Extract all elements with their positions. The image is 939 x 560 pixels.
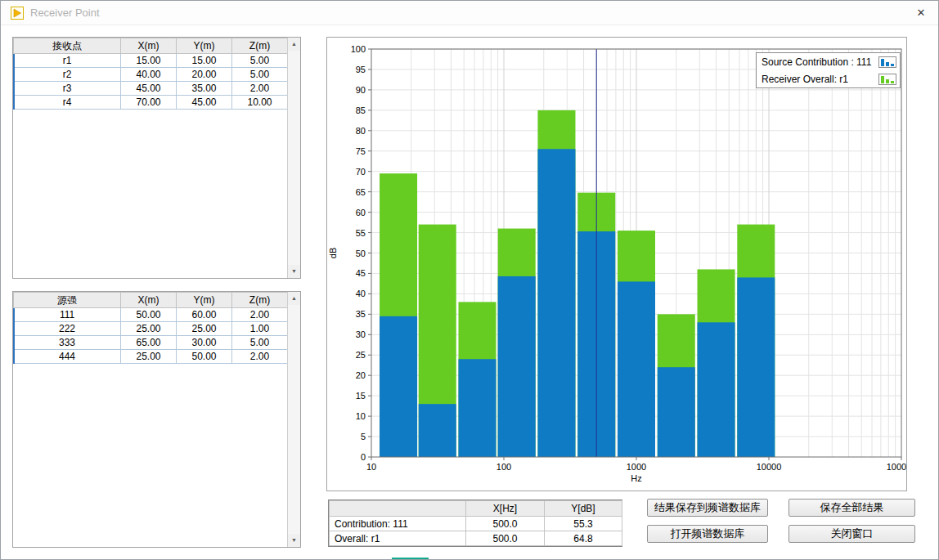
cell[interactable]: r4	[14, 96, 121, 110]
receiver-points-panel: 接收点X(m)Y(m)Z(m) r115.0015.005.00r240.002…	[12, 37, 301, 279]
svg-text:90: 90	[356, 85, 366, 95]
table-header-row: X[Hz]Y[dB]	[330, 501, 622, 517]
mini-bar-chart-icon[interactable]	[878, 74, 896, 85]
column-header	[330, 501, 466, 517]
cell[interactable]: 20.00	[177, 68, 232, 82]
table-row: 44425.0050.002.00	[14, 350, 288, 364]
scroll-up-icon[interactable]: ▲	[288, 38, 300, 51]
cell[interactable]: 45.00	[177, 96, 232, 110]
cell[interactable]: 15.00	[121, 54, 177, 68]
cell[interactable]: 50.00	[177, 350, 232, 364]
scrollbar-track[interactable]	[288, 305, 300, 534]
svg-text:95: 95	[356, 65, 366, 74]
cell: Overall: r1	[330, 531, 466, 546]
cell[interactable]: 60.00	[177, 308, 232, 322]
spectrum-chart-plot[interactable]: 0510152025303540455055606570758085909510…	[327, 38, 906, 491]
cell: 500.0	[466, 531, 545, 546]
column-header: Y(m)	[177, 38, 232, 54]
svg-text:75: 75	[356, 146, 366, 156]
cell[interactable]: r2	[14, 68, 121, 82]
cell[interactable]: r1	[14, 54, 121, 68]
svg-text:10: 10	[356, 411, 366, 421]
cell[interactable]: 222	[14, 322, 121, 336]
table-row: 11150.0060.002.00	[14, 308, 288, 322]
legend-item[interactable]: Receiver Overall: r1	[757, 70, 900, 87]
svg-text:70: 70	[356, 167, 366, 177]
window-title: Receiver Point	[30, 7, 100, 19]
column-header: Y(m)	[177, 293, 232, 308]
svg-text:100000: 100000	[887, 462, 906, 472]
cell[interactable]: 40.00	[121, 68, 177, 82]
cell[interactable]: 45.00	[121, 82, 177, 96]
mini-bar-chart-icon[interactable]	[878, 56, 896, 68]
svg-text:25: 25	[356, 350, 366, 360]
cell[interactable]: 1.00	[232, 322, 288, 336]
table-row: r240.0020.005.00	[14, 68, 288, 82]
save-to-spectrum-db-button[interactable]: 结果保存到频谱数据库	[647, 499, 768, 517]
column-header: X(m)	[121, 293, 177, 308]
cell[interactable]: 5.00	[232, 336, 288, 350]
svg-text:10: 10	[366, 462, 376, 472]
column-header: 源强	[14, 293, 121, 308]
scrollbar-track[interactable]	[288, 51, 300, 265]
scroll-down-icon[interactable]: ▼	[288, 265, 300, 278]
table-row: r115.0015.005.00	[14, 54, 288, 68]
cell[interactable]: 333	[14, 336, 121, 350]
cell[interactable]: 50.00	[121, 308, 177, 322]
cell[interactable]: 25.00	[121, 350, 177, 364]
svg-text:5: 5	[361, 432, 366, 441]
cell[interactable]: 5.00	[232, 54, 288, 68]
cell[interactable]: 2.00	[232, 350, 288, 364]
cell: 500.0	[466, 517, 545, 531]
svg-text:100: 100	[496, 462, 511, 472]
table-header-row: 源强X(m)Y(m)Z(m)	[14, 293, 288, 308]
cell[interactable]: r3	[14, 82, 121, 96]
scrollbar[interactable]: ▲ ▼	[287, 38, 300, 278]
table-row: 33365.0030.005.00	[14, 336, 288, 350]
column-header: X(m)	[121, 38, 177, 54]
cell[interactable]: 25.00	[121, 322, 177, 336]
svg-text:20: 20	[356, 370, 366, 380]
cell[interactable]: 35.00	[177, 82, 232, 96]
cell[interactable]: 111	[14, 308, 121, 322]
open-spectrum-db-button[interactable]: 打开频谱数据库	[647, 525, 768, 543]
column-header: Z(m)	[232, 38, 288, 54]
legend-label: Receiver Overall: r1	[762, 74, 848, 85]
svg-text:55: 55	[356, 228, 366, 238]
close-icon[interactable]: ✕	[910, 3, 932, 23]
svg-text:80: 80	[356, 126, 366, 136]
scroll-up-icon[interactable]: ▲	[288, 292, 300, 305]
svg-text:dB: dB	[328, 248, 338, 258]
svg-text:65: 65	[356, 187, 366, 197]
cell: Contribution: 111	[330, 517, 466, 531]
receiver-point-window: Receiver Point ✕ 接收点X(m)Y(m)Z(m) r115.00…	[0, 0, 939, 560]
cell: 64.8	[545, 531, 622, 546]
cell[interactable]: 15.00	[177, 54, 232, 68]
chart-legend[interactable]: Source Contribution : 111Receiver Overal…	[756, 52, 901, 88]
source-strength-panel: 源强X(m)Y(m)Z(m) 11150.0060.002.0022225.00…	[12, 291, 301, 548]
spectrum-chart-panel: 0510152025303540455055606570758085909510…	[326, 37, 907, 491]
svg-text:10000: 10000	[757, 462, 782, 472]
legend-item[interactable]: Source Contribution : 111	[757, 53, 900, 70]
cell[interactable]: 5.00	[232, 68, 288, 82]
scrollbar[interactable]: ▲ ▼	[287, 292, 300, 547]
cell[interactable]: 2.00	[232, 308, 288, 322]
selection-indicator	[13, 308, 15, 364]
column-header: Z(m)	[232, 293, 288, 308]
svg-text:60: 60	[356, 208, 366, 217]
scroll-down-icon[interactable]: ▼	[288, 534, 300, 547]
cell[interactable]: 10.00	[232, 96, 288, 110]
receiver-points-table: 接收点X(m)Y(m)Z(m) r115.0015.005.00r240.002…	[13, 38, 288, 110]
cell[interactable]: 30.00	[177, 336, 232, 350]
svg-text:50: 50	[356, 249, 366, 258]
cell[interactable]: 25.00	[177, 322, 232, 336]
save-all-results-button[interactable]: 保存全部结果	[788, 499, 915, 517]
cell[interactable]: 444	[14, 350, 121, 364]
table-row: Overall: r1500.064.8	[330, 531, 622, 546]
column-header: 接收点	[14, 38, 121, 54]
cell[interactable]: 70.00	[121, 96, 177, 110]
svg-text:Hz: Hz	[631, 473, 641, 483]
cell[interactable]: 2.00	[232, 82, 288, 96]
close-window-button[interactable]: 关闭窗口	[788, 525, 915, 543]
cell[interactable]: 65.00	[121, 336, 177, 350]
